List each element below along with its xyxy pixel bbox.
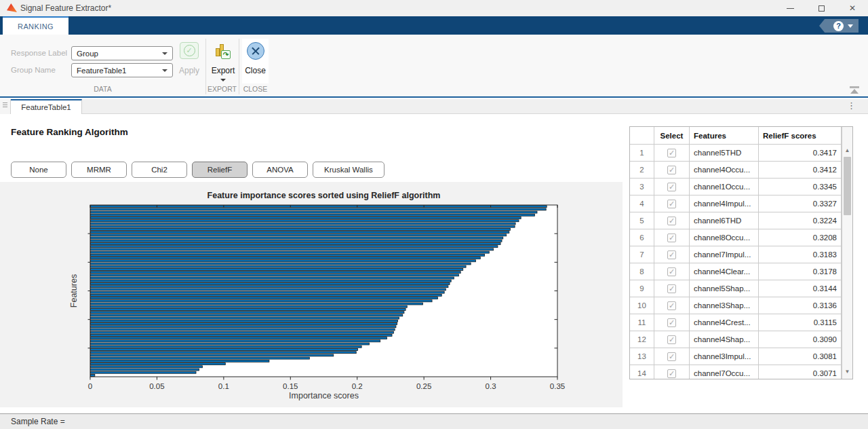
- row-select-cell: [654, 280, 690, 297]
- section-label-data: DATA: [0, 85, 205, 93]
- algorithm-button-kruskal-wallis[interactable]: Kruskal Wallis: [313, 162, 384, 178]
- row-score: 0.3115: [759, 314, 842, 331]
- table-row: 6channel8Occu...0.3208: [630, 229, 852, 246]
- row-rank: 8: [630, 263, 654, 280]
- row-select-cell: [654, 195, 690, 212]
- svg-text:Importance scores: Importance scores: [289, 391, 359, 400]
- row-select-cell: [654, 331, 690, 348]
- close-circle-icon: [247, 42, 264, 60]
- select-checkbox[interactable]: [667, 217, 676, 225]
- close-button[interactable]: Close: [242, 39, 269, 83]
- section-label-close: CLOSE: [239, 85, 272, 93]
- select-checkbox[interactable]: [667, 183, 676, 191]
- row-score: 0.3081: [759, 348, 842, 365]
- svg-text:0.35: 0.35: [550, 382, 565, 390]
- row-feature-name: channel4Impul...: [690, 195, 759, 212]
- row-feature-name: channel4Occu...: [690, 162, 759, 179]
- svg-text:0.2: 0.2: [352, 382, 363, 390]
- row-feature-name: channel1Occu...: [690, 179, 759, 195]
- minimize-button[interactable]: [774, 0, 806, 16]
- tab-options-icon[interactable]: ⋮: [847, 100, 856, 111]
- row-feature-name: channel3Shap...: [690, 297, 759, 314]
- chevron-down-icon: [162, 69, 167, 72]
- select-checkbox[interactable]: [667, 267, 676, 276]
- algorithm-button-mrmr[interactable]: MRMR: [71, 162, 127, 178]
- table-scrollbar[interactable]: ▲▼: [842, 127, 852, 379]
- table-header-col-rank: [630, 127, 654, 145]
- row-score: 0.3327: [759, 195, 842, 212]
- row-select-cell: [654, 229, 690, 246]
- row-select-cell: [654, 348, 690, 365]
- algorithm-button-anova[interactable]: ANOVA: [252, 162, 308, 178]
- apply-button[interactable]: ✓ Apply: [176, 42, 202, 75]
- select-checkbox[interactable]: [667, 369, 676, 378]
- row-score: 0.3417: [759, 145, 842, 162]
- row-select-cell: [654, 179, 690, 195]
- row-rank: 2: [630, 162, 654, 179]
- collapse-toolstrip-button[interactable]: [849, 86, 860, 94]
- row-rank: 5: [630, 212, 654, 229]
- help-button[interactable]: ?: [819, 19, 859, 33]
- group-name-dropdown[interactable]: FeatureTable1: [71, 63, 173, 77]
- tab-grip[interactable]: [0, 99, 11, 114]
- close-label: Close: [242, 66, 269, 75]
- page-title: Feature Ranking Algorithm: [11, 127, 128, 137]
- row-rank: 7: [630, 246, 654, 263]
- row-feature-name: channel5THD: [690, 145, 759, 162]
- select-checkbox[interactable]: [667, 301, 676, 310]
- response-label-dropdown[interactable]: Group: [71, 46, 173, 60]
- maximize-button[interactable]: [806, 0, 837, 16]
- select-checkbox[interactable]: [667, 318, 676, 327]
- select-checkbox[interactable]: [667, 352, 676, 361]
- row-feature-name: channel4Clear...: [690, 263, 759, 280]
- table-row: 4channel4Impul...0.3327: [630, 195, 852, 212]
- row-score: 0.3136: [759, 297, 842, 314]
- select-checkbox[interactable]: [667, 335, 676, 344]
- svg-text:Features: Features: [69, 274, 79, 307]
- row-feature-name: channel5Shap...: [690, 280, 759, 297]
- row-rank: 4: [630, 195, 654, 212]
- select-checkbox[interactable]: [667, 234, 676, 242]
- tab-featuretable1[interactable]: FeatureTable1: [11, 99, 82, 114]
- scrollbar-down-icon[interactable]: ▼: [842, 369, 852, 375]
- row-select-cell: [654, 365, 690, 379]
- scrollbar-thumb[interactable]: [844, 157, 851, 215]
- row-rank: 14: [630, 365, 654, 379]
- apply-label: Apply: [176, 66, 202, 75]
- window-title: Signal Feature Extractor*: [20, 3, 111, 13]
- select-checkbox[interactable]: [667, 200, 676, 208]
- svg-text:0.3: 0.3: [486, 382, 496, 390]
- export-button[interactable]: ↷ Export: [210, 42, 237, 81]
- select-checkbox[interactable]: [667, 166, 676, 174]
- row-rank: 11: [630, 314, 654, 331]
- chevron-down-icon: [162, 52, 167, 55]
- table-row: 5channel6THD0.3224: [630, 212, 852, 229]
- select-checkbox[interactable]: [667, 284, 676, 293]
- importance-chart: 00.050.10.150.20.250.30.35Feature import…: [0, 182, 623, 407]
- row-select-cell: [654, 297, 690, 314]
- table-row: 13channel3Impul...0.3081: [630, 348, 852, 365]
- algorithm-button-relieff[interactable]: ReliefF: [192, 162, 248, 178]
- table-row: 14channel7Occu...0.3071: [630, 365, 852, 379]
- row-rank: 13: [630, 348, 654, 365]
- window-close-button[interactable]: ✕: [837, 0, 868, 16]
- row-select-cell: [654, 246, 690, 263]
- tab-ranking-label: RANKING: [18, 22, 54, 31]
- row-score: 0.3178: [759, 263, 842, 280]
- row-select-cell: [654, 212, 690, 229]
- row-select-cell: [654, 263, 690, 280]
- response-label-text: Response Label: [11, 49, 67, 57]
- row-score: 0.3090: [759, 331, 842, 348]
- algorithm-button-none[interactable]: None: [11, 162, 66, 178]
- select-checkbox[interactable]: [667, 250, 676, 259]
- ribbon-tab-strip: RANKING ?: [0, 16, 868, 35]
- scrollbar-up-icon[interactable]: ▲: [842, 147, 852, 153]
- table-row: 8channel4Clear...0.3178: [630, 263, 852, 280]
- export-dropdown-icon[interactable]: [220, 79, 226, 81]
- tab-ranking[interactable]: RANKING: [3, 16, 68, 35]
- algorithm-button-chi2[interactable]: Chi2: [132, 162, 187, 178]
- matlab-logo-icon: [7, 3, 17, 12]
- select-checkbox[interactable]: [667, 149, 676, 157]
- row-rank: 9: [630, 280, 654, 297]
- table-header-col-scores: ReliefF scores: [759, 127, 842, 145]
